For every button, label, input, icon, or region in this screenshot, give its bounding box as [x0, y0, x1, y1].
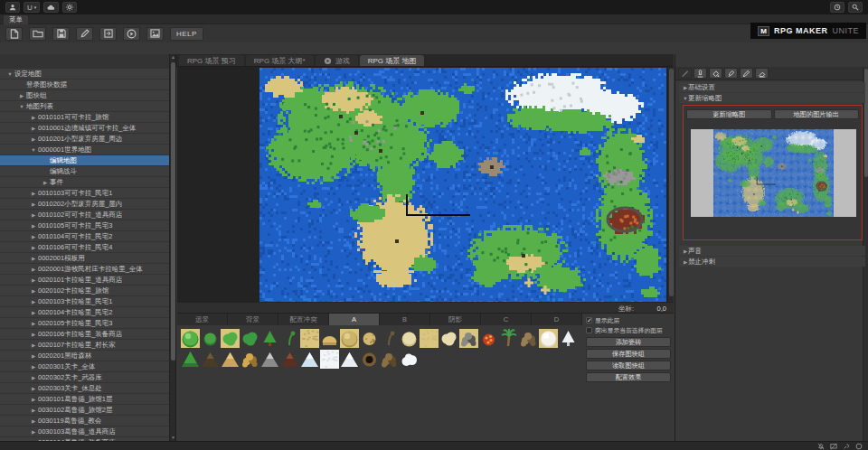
tree-item[interactable]: ▶0010101可可卡拉_旅馆	[0, 112, 170, 122]
tile-rocks-tile[interactable]	[459, 329, 478, 348]
tree-item[interactable]: ▶0010102可可卡拉_道具商店	[0, 210, 170, 220]
tree-item[interactable]: ▶0030103葛鲁德_道具商店	[0, 427, 170, 436]
tile-sand-mound[interactable]	[320, 329, 339, 348]
chevron-right-icon[interactable]: ▶	[29, 234, 38, 239]
setting-item[interactable]: ▼更新缩略图	[679, 93, 865, 103]
chevron-right-icon[interactable]: ▶	[29, 299, 38, 305]
tile-spiky-dark-mound[interactable]	[201, 350, 220, 369]
tile-sprout[interactable]	[280, 329, 299, 348]
layer-tab[interactable]: 背景	[228, 314, 278, 325]
chevron-right-icon[interactable]: ▶	[29, 375, 38, 380]
tree-item[interactable]: 登录图块数据	[0, 80, 170, 89]
tree-item[interactable]: ▶0020105卡拉哈里_民宅3	[0, 318, 170, 328]
tile-snow-tile[interactable]	[320, 350, 339, 369]
tree-item[interactable]: 编辑战斗	[0, 166, 170, 176]
history-icon[interactable]	[830, 2, 844, 13]
tree-item[interactable]: ▶0020101卡拉哈里_道具商店	[0, 275, 170, 285]
checkbox[interactable]: ✓	[586, 317, 592, 323]
tree-item[interactable]: ▶0020102卡拉哈里_旅馆	[0, 286, 170, 295]
eraser-tool-icon[interactable]	[755, 68, 769, 79]
chevron-right-icon[interactable]: ▶	[17, 93, 26, 98]
chevron-right-icon[interactable]: ▶	[29, 310, 38, 315]
palette-button[interactable]: 添加瓷砖	[586, 337, 671, 347]
thumbnail-action-button[interactable]: 地图的图片输出	[774, 109, 860, 119]
layer-tab[interactable]: 配置冲突	[278, 314, 329, 325]
tree-item[interactable]: ▶0020104卡拉哈里_民宅2	[0, 307, 170, 317]
layer-tab[interactable]: B	[380, 314, 430, 325]
tile-pale-circle[interactable]	[400, 329, 419, 348]
tree-item[interactable]: ▶事件	[0, 177, 170, 187]
chevron-right-icon[interactable]: ▶	[29, 408, 38, 413]
tile-red-mountain[interactable]	[280, 350, 299, 369]
chevron-down-icon[interactable]: ▼	[5, 71, 14, 77]
chevron-right-icon[interactable]: ▶	[29, 191, 38, 196]
chevron-right-icon[interactable]: ▶	[679, 248, 688, 254]
chevron-right-icon[interactable]: ▶	[29, 245, 38, 250]
tree-item[interactable]: ▶0020301关卡_全体	[0, 361, 170, 371]
scroll-down-icon[interactable]: ▼	[170, 435, 176, 441]
tile-sand-pattern-tile[interactable]	[300, 329, 319, 348]
map-scrollbar[interactable]	[667, 67, 674, 302]
tree-item[interactable]: ▼设定地图	[0, 69, 170, 79]
tree-item[interactable]: ▶图块组	[0, 90, 170, 100]
checkbox[interactable]	[586, 327, 592, 333]
tile-sand-plain-tile[interactable]	[420, 329, 439, 348]
tree-item[interactable]: ▶0020302关卡_武器库	[0, 372, 170, 382]
scene-tab-active[interactable]: RPG 场景 地图	[360, 55, 425, 66]
layer-tab[interactable]: D	[532, 314, 582, 325]
tile-gold-rocks[interactable]	[241, 350, 259, 369]
tile-sand-dots[interactable]	[360, 329, 379, 348]
pencil-tool-icon[interactable]	[740, 68, 753, 79]
chevron-down-icon[interactable]: ▼	[17, 104, 26, 109]
tree-item[interactable]: ▶0010104可可卡拉_民宅2	[0, 231, 170, 241]
chevron-right-icon[interactable]: ▶	[29, 115, 38, 120]
chevron-right-icon[interactable]: ▶	[29, 418, 38, 424]
tile-pale-blob[interactable]	[439, 329, 458, 348]
tile-fire-bush[interactable]	[479, 329, 498, 348]
palette-button[interactable]: 保存图块组	[586, 349, 671, 359]
help-button[interactable]: HELP	[170, 27, 203, 41]
tree-item[interactable]: ▶0010202小型废弃房屋_屋内	[0, 199, 170, 209]
left-scroll-thumb[interactable]	[171, 62, 175, 361]
tree-item[interactable]: ▶0030119葛鲁德_教会	[0, 416, 170, 426]
chevron-down-icon[interactable]: ▼	[29, 147, 38, 153]
tree-item[interactable]: ▶0020106卡拉哈里_装备商店	[0, 329, 170, 339]
activity-icon[interactable]	[855, 443, 863, 450]
tile-grass-blob-tile[interactable]	[221, 329, 240, 348]
chevron-right-icon[interactable]: ▶	[29, 126, 38, 131]
tree-item[interactable]: ▶0020103卡拉哈里_民宅1	[0, 296, 170, 306]
thumbnail-action-button[interactable]: 更新缩略图	[686, 109, 772, 119]
tree-item[interactable]: ▶0020107卡拉哈里_村长家	[0, 340, 170, 350]
chevron-right-icon[interactable]: ▶	[29, 256, 38, 261]
tile-pine-mountain[interactable]	[181, 350, 200, 369]
setting-item[interactable]: ▶禁止冲刺	[679, 257, 865, 267]
chevron-right-icon[interactable]: ▶	[29, 386, 38, 391]
chevron-right-icon[interactable]: ▶	[29, 136, 38, 142]
tree-item[interactable]: ▶0010001边境城镇可可卡拉_全体	[0, 123, 170, 133]
chevron-right-icon[interactable]: ▶	[29, 321, 38, 326]
layer-tab[interactable]: C	[481, 314, 532, 325]
tile-bush-small[interactable]	[201, 329, 220, 348]
cloud-icon[interactable]	[43, 2, 59, 13]
chevron-right-icon[interactable]: ▶	[29, 353, 38, 359]
layer-tab[interactable]: 远景	[177, 314, 228, 325]
brush-tool-icon[interactable]	[724, 68, 738, 79]
build-icon[interactable]	[843, 443, 850, 450]
search-icon[interactable]	[848, 2, 863, 13]
setting-item[interactable]: ▶声音	[679, 246, 865, 256]
tile-ice-mountain[interactable]	[300, 350, 319, 369]
chevron-down-icon[interactable]: ▼	[679, 96, 688, 101]
tree-item[interactable]: ▶0030102葛鲁德_旅馆2层	[0, 405, 170, 415]
chevron-right-icon[interactable]: ▶	[29, 429, 38, 435]
tile-cloud[interactable]	[400, 350, 419, 369]
chevron-right-icon[interactable]: ▶	[29, 397, 38, 402]
chevron-right-icon[interactable]: ▶	[679, 85, 688, 90]
account-icon[interactable]	[5, 2, 20, 13]
tree-item[interactable]: ▼地图列表	[0, 101, 170, 111]
tree-item[interactable]: ▶0002001模板用	[0, 253, 170, 263]
tree-item[interactable]: ▶0010105可可卡拉_民宅3	[0, 220, 170, 230]
tile-sand-circle-tile[interactable]	[340, 329, 359, 348]
tree-item[interactable]: ▶0010201小型废弃房屋_周边	[0, 134, 170, 144]
tree-item[interactable]: 编辑地图	[0, 155, 170, 165]
chevron-right-icon[interactable]: ▶	[679, 259, 688, 265]
